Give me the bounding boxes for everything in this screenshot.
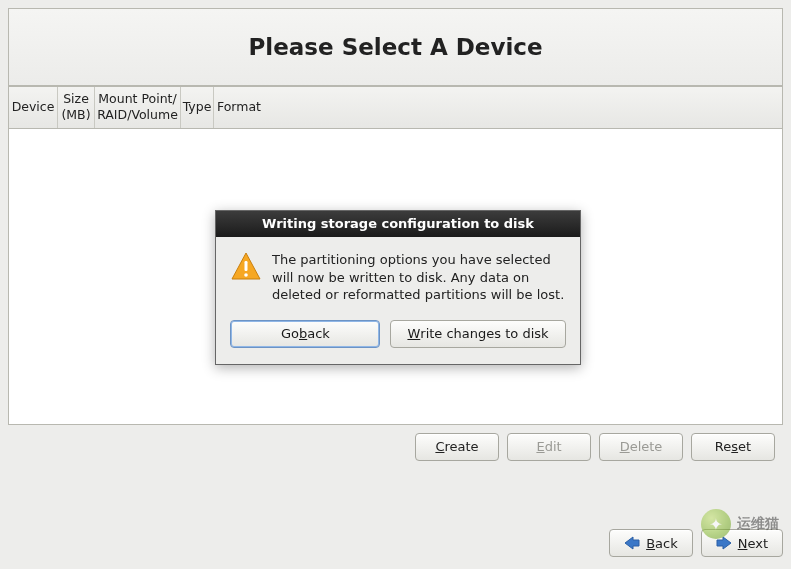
dialog-message: The partitioning options you have select… — [272, 251, 566, 304]
table-header-row: Device Size(MB) Mount Point/RAID/Volume … — [8, 86, 783, 129]
col-size[interactable]: Size(MB) — [58, 87, 95, 128]
create-button[interactable]: Create — [415, 433, 499, 461]
edit-button: Edit — [507, 433, 591, 461]
write-storage-dialog: Writing storage configuration to disk Th… — [215, 210, 581, 365]
page-title: Please Select A Device — [248, 34, 542, 60]
back-button[interactable]: Back — [609, 529, 693, 557]
arrow-left-icon — [624, 536, 640, 550]
table-actions: Create Edit Delete Reset — [8, 425, 783, 461]
reset-button[interactable]: Reset — [691, 433, 775, 461]
col-type[interactable]: Type — [181, 87, 214, 128]
svg-marker-4 — [717, 537, 731, 549]
svg-rect-1 — [245, 261, 248, 271]
col-format[interactable]: Format — [214, 87, 264, 128]
wizard-nav: Back Next — [601, 529, 791, 565]
col-mount[interactable]: Mount Point/RAID/Volume — [95, 87, 181, 128]
next-label: Next — [738, 536, 768, 551]
svg-point-2 — [244, 273, 248, 277]
page-title-panel: Please Select A Device — [8, 8, 783, 86]
back-label: Back — [646, 536, 678, 551]
svg-marker-3 — [625, 537, 639, 549]
arrow-right-icon — [716, 536, 732, 550]
warning-icon — [230, 251, 262, 283]
col-device[interactable]: Device — [9, 87, 58, 128]
go-back-button[interactable]: Go back — [230, 320, 380, 348]
write-changes-button[interactable]: Write changes to disk — [390, 320, 565, 348]
delete-button: Delete — [599, 433, 683, 461]
dialog-buttons: Go back Write changes to disk — [216, 310, 580, 364]
next-button[interactable]: Next — [701, 529, 783, 557]
dialog-title: Writing storage configuration to disk — [216, 211, 580, 237]
